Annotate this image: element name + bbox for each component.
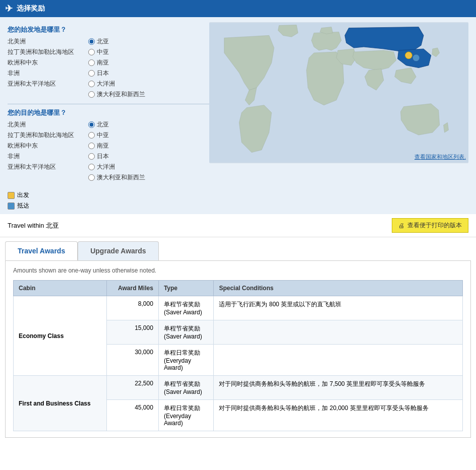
col-miles: Award Miles [107,281,159,296]
origin-item-4[interactable]: 亚洲和太平洋地区 [8,79,88,89]
legend-depart-label: 出发 [17,191,29,199]
printer-icon: 🖨 [398,222,404,229]
tab-travel-awards[interactable]: Travel Awards [5,241,78,260]
tab-upgrade-awards[interactable]: Upgrade Awards [78,241,158,260]
legend-arrive-icon [8,203,15,210]
legend: 出发 抵达 [8,191,209,210]
type-saver-3: 单程节省奖励(Saver Award) [158,376,214,400]
dest-item-2[interactable]: 欧洲和中东 [8,141,88,151]
legend-arrive-label: 抵达 [17,202,29,210]
dest-item-4[interactable]: 亚洲和太平洋地区 [8,162,88,172]
dest-radio-1[interactable]: 中亚 [88,130,209,141]
header-title: 选择奖励 [17,4,45,13]
col-type: Type [158,281,214,296]
map-link[interactable]: 查看国家和地区列表. [414,153,466,161]
miles-15000: 15,000 [107,320,159,345]
origin-radio-5[interactable]: 澳大利亚和新西兰 [88,89,209,100]
dest-item-1[interactable]: 拉丁美洲和加勒比海地区 [8,130,88,141]
plane-icon: ✈ [5,3,13,14]
origin-item-1[interactable]: 拉丁美洲和加勒比海地区 [8,47,88,57]
conditions-1: 适用于飞行距离为 800 英里或以下的直飞航班 [214,296,463,320]
content-area: Amounts shown are one-way unless otherwi… [5,260,471,438]
travel-within-bar: Travel within 北亚 🖨 查看便于打印的版本 [0,214,476,237]
col-cabin: Cabin [14,281,107,296]
origin-item-0[interactable]: 北美洲 [8,36,88,47]
dest-left-col: 北美洲 拉丁美洲和加勒比海地区 欧洲和中东 非洲 亚洲和太平洋地区 [8,119,88,183]
legend-depart-icon [8,192,15,199]
dest-radio-4[interactable]: 大洋洲 [88,162,209,172]
print-label: 查看便于打印的版本 [407,221,462,230]
cabin-economy: Economy Class [14,296,107,376]
type-everyday-2: 单程日常奖励(EverydayAward) [158,400,214,431]
dest-radio-5[interactable]: 澳大利亚和新西兰 [88,172,209,183]
svg-point-1 [405,52,412,59]
cabin-first-business: First and Business Class [14,376,107,431]
miles-30000: 30,000 [107,345,159,376]
origin-radio-4[interactable]: 大洋洲 [88,79,209,89]
dest-radio-0[interactable]: 北亚 [88,119,209,130]
type-saver-1: 单程节省奖励(Saver Award) [158,296,214,320]
dest-radio-2[interactable]: 南亚 [88,141,209,151]
conditions-4: 对于同时提供商务舱和头等舱的航班，加 7,500 英里里程即可享受头等舱服务 [214,376,463,400]
svg-point-2 [412,54,420,61]
miles-22500: 22,500 [107,376,159,400]
origin-item-2[interactable]: 欧洲和中东 [8,57,88,68]
type-saver-2: 单程节省奖励(Saver Award) [158,320,214,345]
miles-8000: 8,000 [107,296,159,320]
dest-radio-3[interactable]: 日本 [88,151,209,162]
od-section: 您的始发地是哪里？ 北美洲 拉丁美洲和加勒比海地区 欧洲和中东 非洲 亚洲和太平… [0,17,476,214]
amounts-note: Amounts shown are one-way unless otherwi… [13,267,463,274]
origin-radio-0[interactable]: 北亚 [88,36,209,47]
origin-label: 您的始发地是哪里？ [8,25,209,34]
table-row: Economy Class 8,000 单程节省奖励(Saver Award) … [14,296,463,320]
print-button[interactable]: 🖨 查看便于打印的版本 [392,218,468,233]
dest-item-0[interactable]: 北美洲 [8,119,88,130]
dest-item-3[interactable]: 非洲 [8,151,88,162]
col-conditions: Special Conditions [214,281,463,296]
origin-radio-2[interactable]: 南亚 [88,57,209,68]
table-header-row: Cabin Award Miles Type Special Condition… [14,281,463,296]
conditions-2 [214,320,463,345]
od-right: 查看国家和地区列表. [209,22,468,210]
legend-depart: 出发 [8,191,209,199]
origin-left-col: 北美洲 拉丁美洲和加勒比海地区 欧洲和中东 非洲 亚洲和太平洋地区 [8,36,88,100]
world-map-svg [209,22,468,163]
conditions-3 [214,345,463,376]
miles-45000: 45,000 [107,400,159,431]
origin-radio-3[interactable]: 日本 [88,68,209,79]
origin-item-3[interactable]: 非洲 [8,68,88,79]
dest-columns: 北美洲 拉丁美洲和加勒比海地区 欧洲和中东 非洲 亚洲和太平洋地区 北亚 中亚 … [8,119,209,183]
dest-right-col: 北亚 中亚 南亚 日本 大洋洲 澳大利亚和新西兰 [88,119,209,183]
conditions-5: 对于同时提供商务舱和头等舱的航班，加 20,000 英里里程即可享受头等舱服务 [214,400,463,431]
origin-radio-1[interactable]: 中亚 [88,47,209,57]
tabs-container: Travel Awards Upgrade Awards [0,241,476,260]
origin-columns: 北美洲 拉丁美洲和加勒比海地区 欧洲和中东 非洲 亚洲和太平洋地区 北亚 中亚 … [8,36,209,100]
table-row: First and Business Class 22,500 单程节省奖励(S… [14,376,463,400]
origin-right-col: 北亚 中亚 南亚 日本 大洋洲 澳大利亚和新西兰 [88,36,209,100]
header-bar: ✈ 选择奖励 [0,0,476,17]
legend-arrive: 抵达 [8,202,209,210]
od-left: 您的始发地是哪里？ 北美洲 拉丁美洲和加勒比海地区 欧洲和中东 非洲 亚洲和太平… [8,22,209,210]
map-container: 查看国家和地区列表. [209,22,468,163]
awards-table: Cabin Award Miles Type Special Condition… [13,280,463,431]
type-everyday-1: 单程日常奖励(EverydayAward) [158,345,214,376]
travel-within-text: Travel within 北亚 [8,221,59,230]
dest-label: 您的目的地是哪里？ [8,108,209,117]
